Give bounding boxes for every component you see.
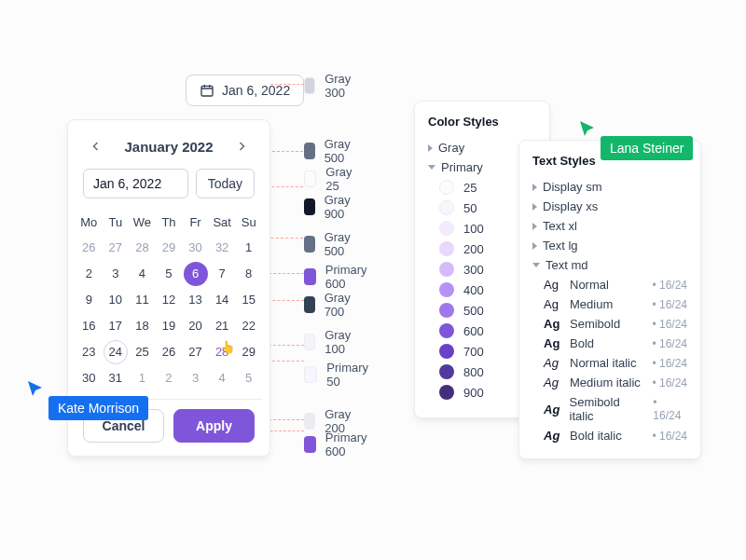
calendar-day[interactable]: 32: [210, 236, 234, 260]
text-variant[interactable]: AgMedium italic16/24: [532, 373, 687, 392]
calendar-day[interactable]: 18: [130, 314, 154, 338]
calendar-day[interactable]: 22: [237, 314, 261, 338]
calendar-day[interactable]: 27: [104, 236, 128, 260]
color-dot: [439, 221, 454, 236]
calendar-week: 2627282930321: [76, 235, 262, 261]
calendar-day[interactable]: 27: [184, 340, 208, 364]
calendar-day[interactable]: 4: [130, 262, 154, 286]
color-dot: [439, 282, 454, 297]
calendar-day[interactable]: 10: [104, 288, 128, 312]
calendar-day[interactable]: 6: [184, 262, 208, 286]
calendar-day[interactable]: 3: [104, 262, 128, 286]
calendar-day[interactable]: 14: [210, 288, 234, 312]
color-dot: [439, 180, 454, 195]
calendar-day[interactable]: 5: [237, 366, 261, 390]
calendar-day[interactable]: 7: [210, 262, 234, 286]
calendar-day[interactable]: 16: [76, 314, 101, 338]
shade-label: 700: [463, 345, 484, 359]
swatch-chip: [304, 268, 316, 285]
calendar-day[interactable]: 3: [184, 366, 208, 390]
swatch-chip: [304, 366, 317, 383]
text-variant[interactable]: AgMedium16/24: [532, 294, 687, 314]
apply-button[interactable]: Apply: [173, 409, 255, 443]
text-variant-name: Normal italic: [570, 356, 637, 370]
calendar-day[interactable]: 28: [210, 340, 234, 364]
calendar-day[interactable]: 8: [237, 262, 261, 286]
chevron-down-icon: [428, 165, 435, 170]
calendar-day[interactable]: 12: [157, 288, 181, 312]
calendar-date-input[interactable]: Jan 6, 2022: [83, 169, 188, 198]
swatch-chip: [304, 77, 315, 94]
text-variant[interactable]: AgBold16/24: [532, 334, 687, 353]
calendar-week: 2345678: [76, 261, 262, 287]
today-button[interactable]: Today: [196, 169, 255, 198]
shade-label: 200: [463, 242, 484, 256]
text-variant[interactable]: AgNormal italic16/24: [532, 353, 687, 373]
text-group[interactable]: Text xl: [532, 216, 687, 236]
swatch-label: Gray 500: [325, 230, 357, 258]
swatch-chip: [304, 436, 316, 453]
calendar-day[interactable]: 11: [130, 288, 154, 312]
calendar-day[interactable]: 26: [76, 236, 101, 260]
calendar-day[interactable]: 1: [237, 236, 261, 260]
swatch-row: Gray 900: [304, 193, 356, 220]
text-variant[interactable]: AgSemibold16/24: [532, 314, 687, 334]
weekday-label: Th: [156, 210, 183, 235]
calendar-day[interactable]: 17: [104, 314, 128, 338]
text-sample: Ag: [544, 403, 562, 417]
color-dot: [439, 323, 454, 338]
swatch-row: Gray 700: [304, 291, 356, 318]
text-group-text-md[interactable]: Text md: [532, 255, 687, 275]
calendar-day[interactable]: 25: [130, 340, 154, 364]
calendar-day[interactable]: 29: [237, 340, 261, 364]
calendar-day[interactable]: 21: [210, 314, 234, 338]
text-group[interactable]: Display sm: [532, 177, 687, 197]
swatch-label: Gray 500: [325, 137, 357, 165]
swatch-label: Primary 600: [325, 430, 372, 458]
text-variant[interactable]: AgBold italic16/24: [532, 426, 687, 445]
text-sample: Ag: [544, 429, 562, 443]
calendar-day[interactable]: 15: [237, 288, 261, 312]
swatch-row: Primary 600: [304, 430, 372, 458]
calendar-day[interactable]: 26: [157, 340, 181, 364]
swatch-chip: [304, 198, 315, 215]
calendar-day[interactable]: 2: [76, 262, 101, 286]
text-variant-meta: 16/24: [652, 318, 687, 331]
shade-label: 900: [463, 386, 484, 400]
date-input-pill[interactable]: Jan 6, 2022: [186, 75, 304, 106]
shade-label: 50: [463, 201, 477, 215]
collab-cursor-label: Lana Steiner: [601, 136, 693, 160]
swatch-label: Gray 900: [325, 193, 357, 221]
weekday-label: We: [129, 210, 156, 235]
color-dot: [439, 303, 454, 318]
calendar-day[interactable]: 9: [76, 288, 101, 312]
calendar-day[interactable]: 29: [157, 236, 181, 260]
swatch-row: Gray 25: [304, 165, 356, 192]
calendar-day[interactable]: 24: [104, 340, 128, 364]
calendar-day[interactable]: 19: [157, 314, 181, 338]
color-dot: [439, 262, 454, 277]
calendar-week: 23242526272829: [76, 339, 262, 365]
text-group[interactable]: Text lg: [532, 236, 687, 255]
text-variant[interactable]: AgSemibold italic16/24: [532, 392, 687, 426]
calendar-day[interactable]: 23: [76, 340, 101, 364]
text-group[interactable]: Display xs: [532, 197, 687, 216]
calendar-title: January 2022: [124, 139, 213, 155]
text-variant-meta: 16/24: [653, 396, 687, 422]
calendar-day[interactable]: 5: [157, 262, 181, 286]
collab-cursor-lana: Lana Steiner: [578, 119, 693, 160]
calendar-day[interactable]: 20: [184, 314, 208, 338]
calendar-day[interactable]: 13: [184, 288, 208, 312]
calendar-day[interactable]: 4: [210, 366, 234, 390]
swatch-chip: [304, 143, 315, 159]
text-styles-panel: Text Styles Display smDisplay xsText xlT…: [518, 140, 701, 459]
swatch-row: Gray 500: [304, 137, 356, 164]
calendar-day[interactable]: 2: [157, 366, 181, 390]
next-month-button[interactable]: [230, 135, 253, 157]
weekday-label: Sat: [209, 210, 236, 235]
text-variant[interactable]: AgNormal16/24: [532, 275, 687, 294]
calendar-day[interactable]: 28: [130, 236, 154, 260]
calendar-day[interactable]: 30: [184, 236, 208, 260]
prev-month-button[interactable]: [85, 135, 107, 157]
shade-label: 800: [463, 365, 484, 379]
